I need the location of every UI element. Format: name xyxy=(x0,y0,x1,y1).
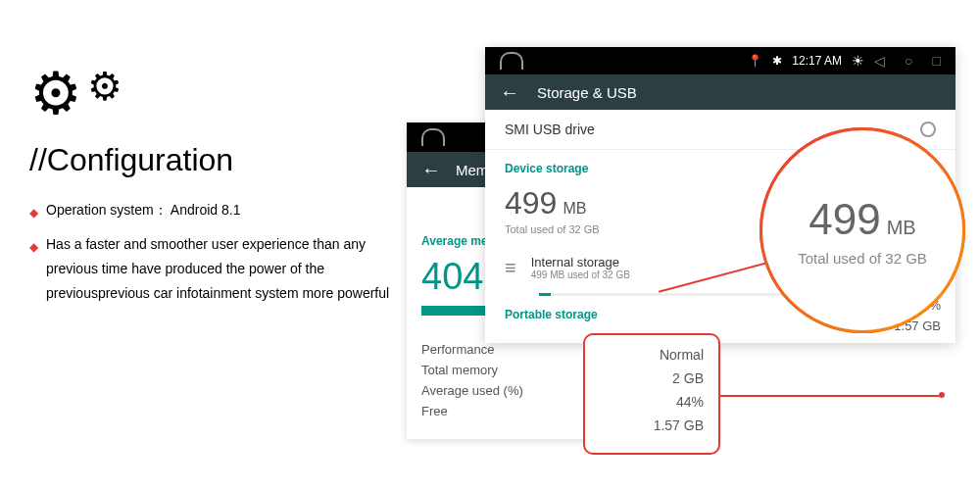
clock-text: 12:17 AM xyxy=(792,54,842,68)
app-header: ← Storage & USB xyxy=(485,74,956,110)
location-icon: 📍 xyxy=(748,54,762,68)
list-item: ◆ Has a faster and smoother user experie… xyxy=(29,232,402,307)
storage-icon: ≡ xyxy=(505,257,516,279)
stat-label: Average used (%) xyxy=(421,383,523,398)
feature-list: ◆ Operation system： Android 8.1 ◆ Has a … xyxy=(29,198,402,306)
bullet-text: Has a faster and smoother user experienc… xyxy=(46,232,402,307)
bullet-text: Operation system： Android 8.1 xyxy=(46,198,240,222)
gear-icon: ⚙ xyxy=(87,64,122,109)
magnify-value: 499 MB xyxy=(798,195,927,244)
progress-fill xyxy=(539,293,551,296)
bluetooth-icon: ✱ xyxy=(772,54,782,68)
home-icon[interactable] xyxy=(500,52,523,70)
magnify-number: 499 xyxy=(808,195,880,244)
usb-label: SMI USB drive xyxy=(505,122,595,137)
storage-number: 499 xyxy=(505,185,557,221)
back-icon[interactable]: ← xyxy=(421,159,441,181)
radio-icon[interactable] xyxy=(920,122,936,137)
back-nav-icon[interactable]: ◁ xyxy=(874,53,885,69)
header-title: Storage & USB xyxy=(537,84,637,101)
callout-row: 1.57 GB xyxy=(600,417,704,433)
recent-nav-icon[interactable]: □ xyxy=(933,53,941,69)
status-bar: 📍 ✱ 12:17 AM ☀ ◁ ○ □ xyxy=(485,47,956,74)
back-icon[interactable]: ← xyxy=(500,81,519,104)
nav-icons: ◁ ○ □ xyxy=(874,53,941,69)
status-right: 📍 ✱ 12:17 AM ☀ ◁ ○ □ xyxy=(748,53,941,69)
home-nav-icon[interactable]: ○ xyxy=(905,53,912,69)
stats-callout: Normal 2 GB 44% 1.57 GB xyxy=(583,333,720,455)
memory-number: 404 xyxy=(421,256,483,298)
gear-icons: ⚙ ⚙ xyxy=(29,59,402,127)
callout-row: 44% xyxy=(600,394,704,410)
magnify-subtext: Total used of 32 GB xyxy=(798,250,927,267)
stat-label: Free xyxy=(421,404,448,418)
list-item: ◆ Operation system： Android 8.1 xyxy=(29,198,402,224)
storage-unit: MB xyxy=(563,200,586,218)
stat-label: Total memory xyxy=(421,363,498,377)
home-icon[interactable] xyxy=(421,128,445,146)
stat-label: Performance xyxy=(421,342,494,357)
magnify-callout: 499 MB Total used of 32 GB xyxy=(760,127,965,333)
diamond-icon: ◆ xyxy=(29,237,38,259)
config-title: //Configuration xyxy=(29,142,402,178)
connector-line xyxy=(720,395,941,397)
configuration-panel: ⚙ ⚙ //Configuration ◆ Operation system： … xyxy=(29,59,402,314)
callout-row: 2 GB xyxy=(600,370,704,386)
header-title: Mem xyxy=(456,162,488,178)
brightness-icon[interactable]: ☀ xyxy=(852,53,864,69)
callout-row: Normal xyxy=(600,347,704,363)
diamond-icon: ◆ xyxy=(29,203,38,224)
magnify-unit: MB xyxy=(887,217,916,239)
gear-icon: ⚙ xyxy=(29,59,82,127)
